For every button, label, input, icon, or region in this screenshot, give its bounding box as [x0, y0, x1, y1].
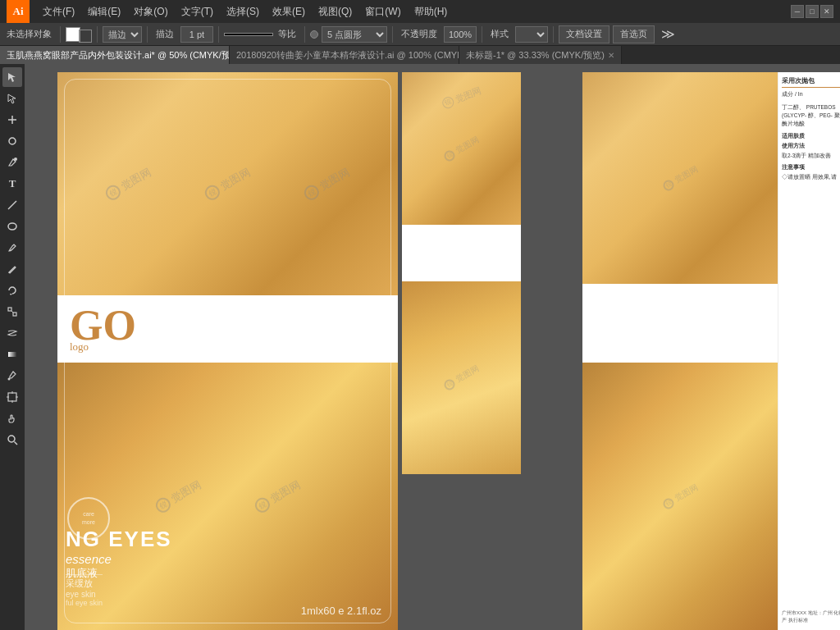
tab-2-close[interactable]: ✕	[608, 51, 614, 60]
style-select[interactable]	[515, 26, 548, 43]
menu-file[interactable]: 文件(F)	[36, 0, 81, 23]
sep4	[218, 26, 219, 43]
text-tool[interactable]: T	[2, 174, 22, 194]
menu-view[interactable]: 视图(Q)	[312, 0, 358, 23]
first-page-button[interactable]: 首选页	[613, 25, 655, 43]
sep2	[97, 26, 98, 43]
product-text-area: NG EYES essence 肌底液	[66, 527, 172, 581]
product-volume: 1mlx60 e 2.1fl.oz	[301, 605, 381, 617]
menu-effect[interactable]: 效果(E)	[266, 0, 312, 23]
zoom-tool[interactable]	[2, 430, 22, 450]
product-panel-1: 锐 觉图网 锐 觉图网 锐 觉图网 GO	[57, 72, 398, 630]
tab-2[interactable]: 未标题-1* @ 33.33% (CMYK/预览) ✕	[459, 46, 622, 64]
right-section5-title: 注意事项	[782, 163, 840, 171]
stroke-color-swatch[interactable]	[79, 30, 92, 43]
right-section4-title: 使用方法	[782, 142, 840, 150]
canvas-area[interactable]: 锐 觉图网 锐 觉图网 锐 觉图网 GO	[25, 64, 840, 630]
select-tool[interactable]	[2, 67, 22, 87]
warp-tool[interactable]	[2, 323, 22, 343]
svg-point-10	[8, 378, 11, 381]
stroke-width-label: 描边	[153, 26, 177, 42]
title-bar: Ai 文件(F) 编辑(E) 对象(O) 文字(T) 选择(S) 效果(E) 视…	[0, 0, 840, 23]
eyedropper-tool[interactable]	[2, 366, 22, 386]
maximize-icon[interactable]: □	[806, 5, 819, 18]
watermark-p3-top: 锐 觉图网	[582, 72, 778, 284]
product-tagline: 采缓放	[66, 574, 103, 590]
menu-text[interactable]: 文字(T)	[175, 0, 220, 23]
watermark-1: 锐 觉图网 锐 觉图网 锐 觉图网	[57, 72, 398, 295]
menu-window[interactable]: 窗口(W)	[358, 0, 407, 23]
pen-tool[interactable]	[2, 153, 22, 172]
sep3	[147, 26, 148, 43]
control-toolbar: 未选择对象 描边 描边 等比 5 点圆形 不透明度 样式 文档设置 首选页 ≫	[0, 23, 840, 46]
pencil-tool[interactable]	[2, 259, 22, 279]
right-section2-content: 丁二醇、 PRUTEBOS (GLYCYP- 醇、PEG- 聚甘油-1 酶片地酸	[782, 103, 840, 129]
top-gold-section: 锐 觉图网 锐 觉图网 锐 觉图网	[57, 72, 398, 295]
brush-tool[interactable]	[2, 238, 22, 258]
svg-rect-7	[13, 313, 16, 316]
gradient-tool[interactable]	[2, 345, 22, 364]
right-section3-title: 适用肤质	[782, 132, 840, 140]
opacity-input[interactable]	[444, 26, 477, 43]
stroke-preview	[224, 33, 273, 36]
right-address: 广州市XXX 地址：广州 化妆品生产 执行标准	[782, 609, 840, 625]
product-main-title: NG EYES	[66, 527, 172, 552]
line-tool[interactable]	[2, 195, 22, 215]
tab-1[interactable]: 20180920转曲姜小童草本精华液设计.ai @ 100% (CMYK/预览)…	[230, 46, 459, 64]
svg-point-16	[8, 436, 15, 442]
stroke-line-label: 等比	[275, 26, 299, 42]
panel3-bottom-gold: 锐 觉图网	[582, 363, 778, 630]
menu-object[interactable]: 对象(O)	[127, 0, 174, 23]
panel2-white	[402, 225, 521, 281]
product-panel-3: 锐 觉图网 锐 觉图网	[582, 72, 840, 630]
tab-0[interactable]: 玉肌燕燕窝眼部产品内外包装设计.ai* @ 50% (CMYK/预览) ✕	[0, 46, 230, 64]
tab-bar: 玉肌燕燕窝眼部产品内外包装设计.ai* @ 50% (CMYK/预览) ✕ 20…	[0, 46, 840, 64]
draw-mode-select[interactable]: 描边	[103, 26, 142, 43]
svg-point-2	[9, 138, 16, 144]
menu-help[interactable]: 帮助(H)	[408, 0, 454, 23]
svg-rect-11	[8, 393, 16, 401]
right-section1-title: 采用次抛包	[782, 77, 840, 88]
close-icon[interactable]: ✕	[820, 5, 833, 18]
direct-select-tool[interactable]	[2, 89, 22, 108]
minimize-icon[interactable]: ─	[791, 5, 804, 18]
hand-tool[interactable]	[2, 409, 22, 428]
svg-line-17	[15, 442, 18, 445]
menu-select[interactable]: 选择(S)	[220, 0, 266, 23]
svg-rect-6	[8, 308, 11, 311]
svg-line-4	[8, 201, 16, 209]
watermark-p3-bottom: 锐 觉图网	[582, 363, 778, 630]
svg-point-3	[14, 158, 17, 161]
opacity-label: 不透明度	[398, 26, 441, 42]
magic-wand-tool[interactable]	[2, 110, 22, 130]
selection-label: 未选择对象	[3, 26, 55, 42]
right-section5-content: ◇请放置晒 用效果,请	[782, 173, 840, 181]
white-band: GO logo	[57, 295, 398, 363]
ai-logo-icon: Ai	[7, 0, 30, 23]
rotate-tool[interactable]	[2, 281, 22, 300]
right-section4-content: 取2-3滴于 精加改善	[782, 152, 840, 160]
point-type-select[interactable]: 5 点圆形	[322, 26, 387, 43]
artboard-tool[interactable]	[2, 387, 22, 407]
ellipse-tool[interactable]	[2, 217, 22, 236]
sep8	[553, 26, 554, 43]
stroke-width-input[interactable]	[180, 26, 213, 43]
menu-bar: 文件(F) 编辑(E) 对象(O) 文字(T) 选择(S) 效果(E) 视图(Q…	[36, 0, 454, 23]
lasso-tool[interactable]	[2, 131, 22, 151]
stroke-line-area: 等比	[224, 26, 299, 42]
doc-settings-button[interactable]: 文档设置	[559, 25, 609, 43]
product-tag-en: eye skin	[66, 590, 103, 599]
more-options-icon[interactable]: ≫	[661, 26, 675, 42]
sep1	[60, 26, 61, 43]
sep6	[392, 26, 393, 43]
wm-center-top: 锐 觉图网	[402, 89, 521, 105]
point-dot	[310, 30, 318, 39]
menu-edit[interactable]: 编辑(E)	[81, 0, 127, 23]
scale-tool[interactable]	[2, 302, 22, 322]
watermark-2: 锐 觉图网 锐 觉图网	[57, 363, 398, 630]
product-panel-2: 锐 觉图网 锐 觉图网	[402, 72, 521, 474]
panel3-top-gold: 锐 觉图网	[582, 72, 778, 284]
panel3-gold-left: 锐 觉图网 锐 觉图网	[582, 72, 778, 630]
sep7	[482, 26, 482, 43]
style-label: 样式	[487, 26, 512, 42]
